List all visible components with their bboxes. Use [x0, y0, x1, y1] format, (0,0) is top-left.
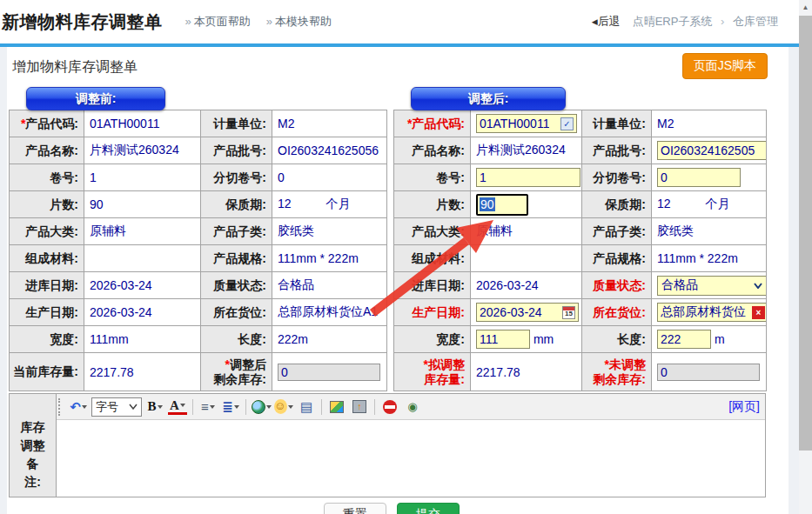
product-batch-input[interactable]	[657, 141, 767, 160]
before-unit-value: M2	[272, 110, 387, 137]
field-label: 组成材料:	[10, 245, 84, 272]
roll-no-input[interactable]	[476, 168, 580, 187]
before-width-value: 111mm	[84, 326, 201, 353]
before-inbound-date-value: 2026-03-24	[84, 272, 201, 299]
before-length-value: 222m	[272, 326, 387, 353]
remove-format-icon[interactable]	[380, 397, 399, 417]
field-label: 质量状态:	[582, 272, 652, 299]
quality-select[interactable]: 合格品	[657, 276, 767, 296]
preview-eye-icon[interactable]: ◉	[403, 397, 422, 417]
field-label: 片数:	[10, 191, 84, 218]
vertical-scrollbar[interactable]: ▲	[799, 0, 812, 514]
selected-text: 90	[480, 197, 495, 211]
before-quality-value: 合格品	[272, 272, 387, 299]
before-pieces-value: 90	[84, 191, 201, 218]
breadcrumb-system[interactable]: 点晴ERP子系统	[633, 15, 713, 28]
unadjusted-remaining-stock-input[interactable]	[657, 364, 760, 381]
emoticon-icon[interactable]: ☺	[274, 397, 293, 417]
reset-button[interactable]: 重置	[324, 503, 386, 514]
before-material-value	[84, 245, 201, 272]
submit-button[interactable]: 提交	[397, 503, 460, 514]
chevron-down-icon	[754, 283, 762, 289]
before-location-value: 总部原材料货位A1	[272, 299, 387, 326]
after-adjust-table: *产品代码: 01ATH00011✓ 计量单位: M2 产品名称: 片料测试26…	[393, 110, 767, 391]
help-module-link[interactable]: »本模块帮助	[266, 14, 332, 30]
scrollbar-thumb[interactable]	[799, 16, 812, 451]
breadcrumb-module[interactable]: 仓库管理	[733, 15, 778, 28]
page-title: 新增物料库存调整单	[2, 10, 163, 34]
field-label: 分切卷号:	[201, 164, 272, 191]
stock-adjust-remark-section: 库存调整备注: ↶ 字号 B A ≡ ≣ ☺ ▤ ↑ ◉	[9, 393, 766, 497]
back-link[interactable]: ◀后退	[592, 14, 621, 30]
field-label: 卷号:	[394, 164, 471, 191]
after-shelf-life-value: 12个月	[652, 191, 767, 218]
before-current-stock-value: 2217.78	[84, 353, 201, 391]
product-code-input[interactable]: 01ATH00011✓	[476, 114, 577, 133]
after-material-value	[471, 245, 582, 272]
field-label: 计量单位:	[582, 110, 652, 137]
scroll-up-arrow-icon[interactable]: ▲	[799, 0, 812, 15]
toolbar-separator	[374, 399, 375, 415]
ordered-list-icon[interactable]: ≣	[221, 397, 240, 417]
before-remaining-cell	[272, 353, 387, 391]
after-unit-value: M2	[652, 110, 767, 137]
field-label: 产品规格:	[582, 245, 652, 272]
remark-editor-body[interactable]	[57, 420, 765, 497]
bold-icon[interactable]: B	[145, 397, 164, 417]
field-label: *拟调整库存量:	[394, 353, 471, 391]
location-input[interactable]: 总部原材料货位×	[657, 303, 767, 322]
breadcrumb: 点晴ERP子系统 › 仓库管理	[633, 14, 778, 30]
after-category-value: 原辅料	[471, 218, 582, 245]
length-input[interactable]	[657, 330, 711, 349]
width-input[interactable]	[476, 330, 530, 349]
clear-icon[interactable]: ×	[752, 306, 765, 319]
font-size-select[interactable]: 字号	[91, 397, 142, 417]
before-adjust-header-button[interactable]: 调整前:	[26, 87, 165, 110]
page-js-script-button[interactable]: 页面JS脚本	[682, 53, 768, 79]
field-label: *调整后剩余库存:	[201, 353, 272, 391]
field-label: 产品名称:	[394, 137, 471, 164]
field-label: 所在货位:	[582, 299, 652, 326]
content-panel: 增加物料库存调整单 页面JS脚本 调整前: *产品代码: 01ATH00011 …	[7, 47, 789, 514]
toolbar-drag-handle[interactable]	[58, 398, 64, 416]
picker-icon[interactable]: ✓	[560, 117, 574, 130]
field-label: 产品大类:	[394, 218, 471, 245]
field-label: 卷号:	[10, 164, 84, 191]
insert-image-icon[interactable]	[327, 397, 346, 417]
before-product-code-value: 01ATH00011	[84, 110, 201, 137]
field-label: 产品规格:	[201, 245, 272, 272]
toolbar-separator	[192, 399, 193, 415]
production-date-input[interactable]: 2026-03-2415	[476, 303, 579, 322]
insert-table-icon[interactable]: ▤	[297, 397, 316, 417]
save-html-icon[interactable]: ↑	[350, 397, 369, 417]
back-arrow-icon: ◀	[592, 17, 598, 26]
before-remaining-stock-input[interactable]	[278, 364, 380, 381]
after-spec-value: 111mm * 222m	[652, 245, 767, 272]
undo-icon[interactable]: ↶	[69, 397, 88, 417]
before-spec-value: 111mm * 222m	[272, 245, 387, 272]
align-icon[interactable]: ≡	[198, 397, 218, 417]
after-product-name-value: 片料测试260324	[471, 137, 582, 164]
chevron-icon: »	[266, 15, 272, 28]
field-label: 生产日期:	[10, 299, 84, 326]
width-unit: mm	[534, 332, 554, 346]
after-adjust-header-button[interactable]: 调整后:	[411, 87, 566, 110]
field-label: 长度:	[201, 326, 272, 353]
help-page-link[interactable]: »本页面帮助	[185, 14, 251, 30]
field-label: *未调整剩余库存:	[582, 353, 652, 391]
pieces-input[interactable]: 90	[476, 194, 528, 216]
chevron-down-icon	[129, 404, 138, 410]
field-label: 片数:	[394, 191, 471, 218]
split-roll-input[interactable]	[657, 168, 741, 187]
insert-link-icon[interactable]	[252, 397, 271, 417]
field-label: 进库日期:	[394, 272, 471, 299]
webpage-mode-link[interactable]: [网页]	[728, 399, 760, 415]
calendar-icon[interactable]: 15	[562, 306, 575, 319]
remark-label: 库存调整备注:	[10, 394, 57, 497]
field-label: 产品子类:	[201, 218, 272, 245]
field-label: 所在货位:	[201, 299, 272, 326]
font-color-icon[interactable]: A	[168, 399, 187, 415]
before-batch-value: OI2603241625056	[272, 137, 387, 164]
field-label: 产品大类:	[10, 218, 84, 245]
before-adjust-table: *产品代码: 01ATH00011 计量单位: M2 产品名称: 片料测试260…	[9, 110, 387, 391]
